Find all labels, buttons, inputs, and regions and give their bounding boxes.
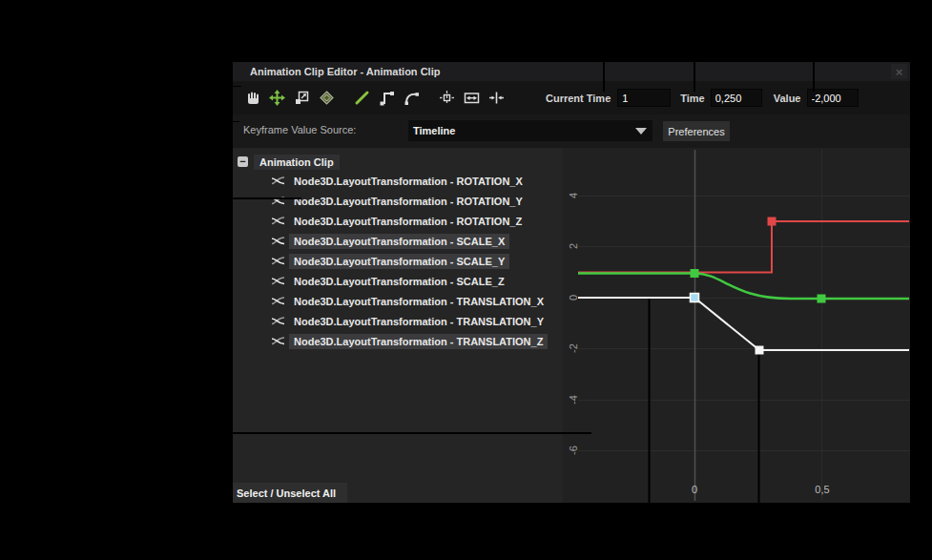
- curve-track-icon: [271, 316, 285, 326]
- y-tick-4: 4: [568, 181, 579, 210]
- ease-interpolation-icon[interactable]: [404, 90, 420, 106]
- dropdown-selected-value: Timeline: [413, 125, 455, 136]
- fit-horizontal-icon[interactable]: [464, 90, 480, 106]
- keyframe-value-source-label: Keyframe Value Source:: [243, 124, 356, 135]
- track-label: Node3D.LayoutTransformation - SCALE_Z: [289, 274, 509, 289]
- fit-width-icon[interactable]: [488, 90, 505, 106]
- track-row-translation-y[interactable]: Node3D.LayoutTransformation - TRANSLATIO…: [233, 311, 563, 331]
- keyframe-value-source-dropdown[interactable]: Timeline: [408, 120, 652, 141]
- time-label: Time: [680, 93, 704, 104]
- move-icon[interactable]: [269, 90, 285, 106]
- y-tick-neg4: -4: [568, 385, 579, 414]
- step-interpolation-icon[interactable]: [379, 90, 395, 106]
- window-title: Animation Clip Editor - Animation Clip: [250, 66, 440, 77]
- current-time-label: Current Time: [546, 93, 611, 104]
- track-label: Node3D.LayoutTransformation - TRANSLATIO…: [289, 314, 549, 329]
- track-label: Node3D.LayoutTransformation - TRANSLATIO…: [289, 294, 549, 309]
- select-unselect-all-button[interactable]: Select / Unselect All: [233, 483, 347, 503]
- close-icon[interactable]: ×: [891, 64, 907, 79]
- curve-editor-canvas[interactable]: 4 2 0 -2 -4 -6 0 0,5: [563, 148, 910, 503]
- track-row-rotation-z[interactable]: Node3D.LayoutTransformation - ROTATION_Z: [233, 211, 563, 231]
- track-row-translation-z[interactable]: Node3D.LayoutTransformation - TRANSLATIO…: [233, 331, 563, 351]
- track-row-scale-y[interactable]: Node3D.LayoutTransformation - SCALE_Y: [233, 251, 563, 271]
- keyframe-white-1-selected[interactable]: [691, 294, 699, 302]
- track-row-scale-x[interactable]: Node3D.LayoutTransformation - SCALE_X: [233, 231, 563, 251]
- current-time-input[interactable]: [617, 89, 671, 107]
- curve-track-icon: [271, 336, 285, 346]
- artifact-vertical-line: [603, 62, 605, 92]
- tree-root-label: Animation Clip: [254, 155, 340, 170]
- track-row-rotation-x[interactable]: Node3D.LayoutTransformation - ROTATION_X: [233, 171, 563, 191]
- keyframe-red[interactable]: [768, 218, 777, 226]
- keyframe-green-2[interactable]: [818, 295, 826, 303]
- animation-clip-editor-window: Animation Clip Editor - Animation Clip ×: [233, 62, 910, 503]
- toolbar: Current Time Time Value: [233, 81, 910, 114]
- collapse-icon[interactable]: −: [238, 156, 248, 167]
- keyframe-diamond-icon[interactable]: [319, 90, 335, 106]
- pan-hand-icon[interactable]: [244, 90, 260, 106]
- track-label: Node3D.LayoutTransformation - ROTATION_X: [289, 174, 528, 189]
- y-tick-0: 0: [568, 283, 579, 312]
- x-tick-0-5: 0,5: [809, 484, 836, 495]
- track-row-scale-z[interactable]: Node3D.LayoutTransformation - SCALE_Z: [233, 271, 563, 291]
- animation-tracks-panel: − Animation Clip Node3D.LayoutTransforma…: [233, 148, 563, 503]
- artifact-horizontal-tick: [233, 121, 239, 122]
- artifact-horizontal-line: [233, 432, 591, 434]
- y-tick-neg2: -2: [568, 334, 579, 363]
- linear-interpolation-icon[interactable]: [354, 90, 370, 106]
- white-curve[interactable]: [578, 298, 909, 350]
- keyframe-white-2[interactable]: [756, 346, 764, 355]
- chevron-down-icon: [635, 128, 647, 135]
- track-label-selected: Node3D.LayoutTransformation - SCALE_X: [289, 234, 509, 249]
- options-row: Keyframe Value Source: Timeline Preferen…: [233, 114, 910, 148]
- track-label-selected: Node3D.LayoutTransformation - TRANSLATIO…: [289, 334, 548, 349]
- artifact-horizontal-line: [233, 197, 301, 199]
- curve-track-icon: [271, 296, 285, 306]
- track-row-translation-x[interactable]: Node3D.LayoutTransformation - TRANSLATIO…: [233, 291, 563, 311]
- curve-track-icon: [271, 276, 285, 286]
- x-tick-0: 0: [683, 484, 706, 495]
- y-tick-neg6: -6: [568, 436, 579, 465]
- track-label: Node3D.LayoutTransformation - ROTATION_Z: [289, 214, 527, 229]
- track-row-rotation-y[interactable]: Node3D.LayoutTransformation - ROTATION_Y: [233, 191, 563, 211]
- green-curve[interactable]: [578, 274, 909, 300]
- curve-plot: [563, 148, 910, 503]
- curve-track-icon: [271, 256, 285, 266]
- y-tick-2: 2: [568, 232, 579, 260]
- curve-track-icon: [271, 176, 285, 186]
- curve-track-icon: [271, 236, 285, 246]
- time-input[interactable]: [711, 89, 762, 107]
- track-label-selected: Node3D.LayoutTransformation - SCALE_Y: [289, 254, 509, 269]
- track-label: Node3D.LayoutTransformation - ROTATION_Y: [289, 194, 528, 209]
- scale-icon[interactable]: [294, 90, 310, 106]
- preferences-button[interactable]: Preferences: [663, 121, 730, 141]
- horizontal-gridlines: [578, 197, 910, 451]
- curve-track-icon: [271, 216, 285, 226]
- value-label: Value: [774, 93, 801, 104]
- center-keyframe-icon[interactable]: [439, 90, 455, 106]
- keyframe-green-1[interactable]: [691, 269, 699, 278]
- artifact-vertical-line: [813, 62, 815, 92]
- artifact-horizontal-tick: [233, 86, 241, 87]
- titlebar[interactable]: Animation Clip Editor - Animation Clip ×: [233, 62, 910, 81]
- tree-root-row[interactable]: − Animation Clip: [233, 153, 563, 171]
- artifact-vertical-line: [694, 62, 695, 92]
